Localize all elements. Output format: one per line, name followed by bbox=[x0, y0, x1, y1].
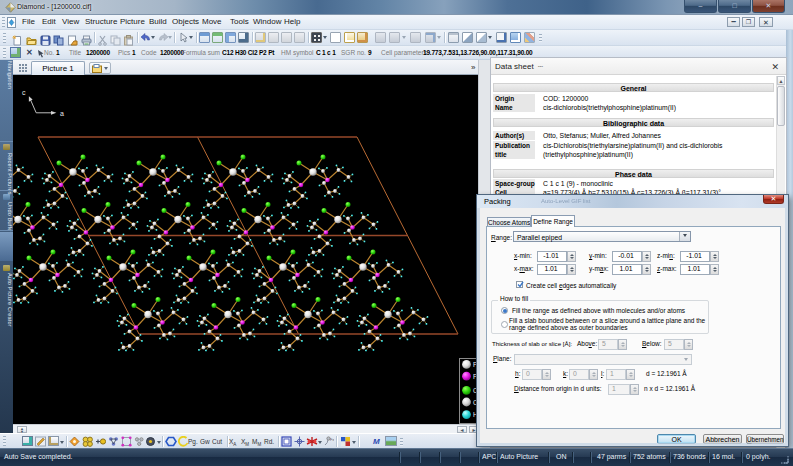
svg-text:a: a bbox=[60, 110, 64, 117]
svg-text:Fe: Fe bbox=[330, 437, 334, 442]
svg-text:c: c bbox=[22, 89, 26, 96]
